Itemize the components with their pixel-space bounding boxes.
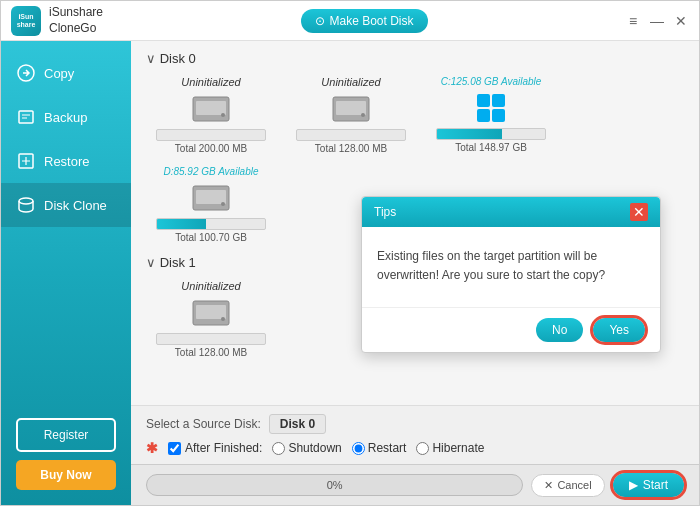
restart-option[interactable]: Restart (352, 441, 407, 455)
title-controls: ≡ — ✕ (625, 13, 689, 29)
progress-bar-row: 0% ✕ Cancel ▶ Start (131, 464, 699, 505)
svg-point-15 (221, 317, 225, 321)
tips-yes-button[interactable]: Yes (593, 318, 645, 342)
source-disk-label: Select a Source Disk: (146, 417, 261, 431)
sidebar-item-backup[interactable]: Backup (1, 95, 131, 139)
disk0-partition-3: C:125.08 GB Available T (426, 76, 556, 154)
disk0-p2-label: Uninitialized (321, 76, 380, 88)
restore-label: Restore (44, 154, 90, 169)
disk0-p1-label: Uninitialized (181, 76, 240, 88)
start-icon: ▶ (629, 478, 638, 492)
sidebar-item-disk-clone[interactable]: Disk Clone (1, 183, 131, 227)
minimize-icon[interactable]: — (649, 13, 665, 29)
tips-no-button[interactable]: No (536, 318, 583, 342)
disk0-p4-icon (189, 180, 234, 215)
title-bar-left: iSun share iSunshare CloneGo (11, 5, 103, 36)
content-area: Disk 0 Uninitialized (131, 41, 699, 505)
disk0-partition-1: Uninitialized Total 200.00 MB (146, 76, 276, 154)
disk1-p1-icon (189, 295, 234, 330)
shutdown-label: Shutdown (288, 441, 341, 455)
disk0-p3-total: Total 148.97 GB (455, 142, 527, 153)
disk1-p1-bar (156, 333, 266, 345)
disk0-p1-bar (156, 129, 266, 141)
after-finished-label: After Finished: (185, 441, 262, 455)
disc-icon: ⊙ (315, 14, 325, 28)
copy-icon (16, 63, 36, 83)
svg-point-9 (361, 113, 365, 117)
disk0-p4-bar (156, 218, 266, 230)
disk0-p1-icon (189, 91, 234, 126)
backup-label: Backup (44, 110, 87, 125)
disk0-p3-bar (436, 128, 546, 140)
tips-footer: No Yes (362, 307, 660, 352)
cancel-icon: ✕ (544, 479, 553, 492)
tips-message: Existing files on the target partition w… (377, 249, 605, 282)
copy-label: Copy (44, 66, 74, 81)
cancel-label: Cancel (557, 479, 591, 491)
disk0-title: Disk 0 (146, 51, 684, 66)
close-icon[interactable]: ✕ (673, 13, 689, 29)
disk-clone-icon (16, 195, 36, 215)
tips-title: Tips (374, 205, 396, 219)
after-finished-row: ✱ After Finished: Shutdown Restart (146, 440, 684, 456)
register-button[interactable]: Register (16, 418, 116, 452)
svg-rect-1 (19, 111, 33, 123)
after-finished-checkbox[interactable] (168, 442, 181, 455)
bottom-bar: Select a Source Disk: Disk 0 ✱ After Fin… (131, 405, 699, 464)
disk0-p3-icon (469, 90, 514, 125)
svg-rect-14 (196, 305, 226, 319)
app-logo: iSun share (11, 6, 41, 36)
app-name: iSunshare CloneGo (49, 5, 103, 36)
sidebar: Copy Backup Restore (1, 41, 131, 505)
disk0-row: Uninitialized Total 200.00 MB (146, 76, 684, 154)
after-finished-checkbox-label[interactable]: After Finished: (168, 441, 262, 455)
main-layout: Copy Backup Restore (1, 41, 699, 505)
tips-close-button[interactable]: ✕ (630, 203, 648, 221)
disk0-p2-total: Total 128.00 MB (315, 143, 387, 154)
title-bar: iSun share iSunshare CloneGo ⊙ Make Boot… (1, 1, 699, 41)
restart-radio[interactable] (352, 442, 365, 455)
progress-bar-container: 0% (146, 474, 523, 496)
asterisk-icon: ✱ (146, 440, 158, 456)
disk0-partition-4: D:85.92 GB Available Total 100.70 GB (146, 166, 276, 243)
make-boot-disk-button[interactable]: ⊙ Make Boot Disk (301, 9, 428, 33)
sidebar-item-copy[interactable]: Copy (1, 51, 131, 95)
start-button[interactable]: ▶ Start (613, 473, 684, 497)
svg-point-3 (19, 198, 33, 204)
disk0-p2-bar (296, 129, 406, 141)
hibernate-label: Hibernate (432, 441, 484, 455)
svg-rect-5 (196, 101, 226, 115)
tips-header: Tips ✕ (362, 197, 660, 227)
shutdown-radio[interactable] (272, 442, 285, 455)
disk0-p4-total: Total 100.70 GB (175, 232, 247, 243)
app-window: iSun share iSunshare CloneGo ⊙ Make Boot… (0, 0, 700, 506)
tips-dialog: Tips ✕ Existing files on the target part… (361, 196, 661, 353)
svg-rect-8 (336, 101, 366, 115)
disk1-p1-label: Uninitialized (181, 280, 240, 292)
source-disk-row: Select a Source Disk: Disk 0 (146, 414, 684, 434)
disk1-partition-1: Uninitialized Total 128.00 MB (146, 280, 276, 358)
hibernate-radio[interactable] (416, 442, 429, 455)
disk-area: Disk 0 Uninitialized (131, 41, 699, 405)
disk0-p3-available: C:125.08 GB Available (441, 76, 542, 87)
svg-point-12 (221, 202, 225, 206)
disk1-p1-total: Total 128.00 MB (175, 347, 247, 358)
buynow-button[interactable]: Buy Now (16, 460, 116, 490)
backup-icon (16, 107, 36, 127)
svg-rect-11 (196, 190, 226, 204)
disk0-partition-2: Uninitialized Total 128.00 MB (286, 76, 416, 154)
menu-icon[interactable]: ≡ (625, 13, 641, 29)
restore-icon (16, 151, 36, 171)
disk-clone-label: Disk Clone (44, 198, 107, 213)
sidebar-bottom: Register Buy Now (1, 403, 131, 505)
disk0-p4-available: D:85.92 GB Available (163, 166, 258, 177)
disk0-p2-icon (329, 91, 374, 126)
cancel-button[interactable]: ✕ Cancel (531, 474, 604, 497)
progress-text: 0% (327, 479, 343, 491)
sidebar-item-restore[interactable]: Restore (1, 139, 131, 183)
shutdown-option[interactable]: Shutdown (272, 441, 341, 455)
svg-point-6 (221, 113, 225, 117)
source-disk-value: Disk 0 (269, 414, 326, 434)
disk0-p1-total: Total 200.00 MB (175, 143, 247, 154)
hibernate-option[interactable]: Hibernate (416, 441, 484, 455)
